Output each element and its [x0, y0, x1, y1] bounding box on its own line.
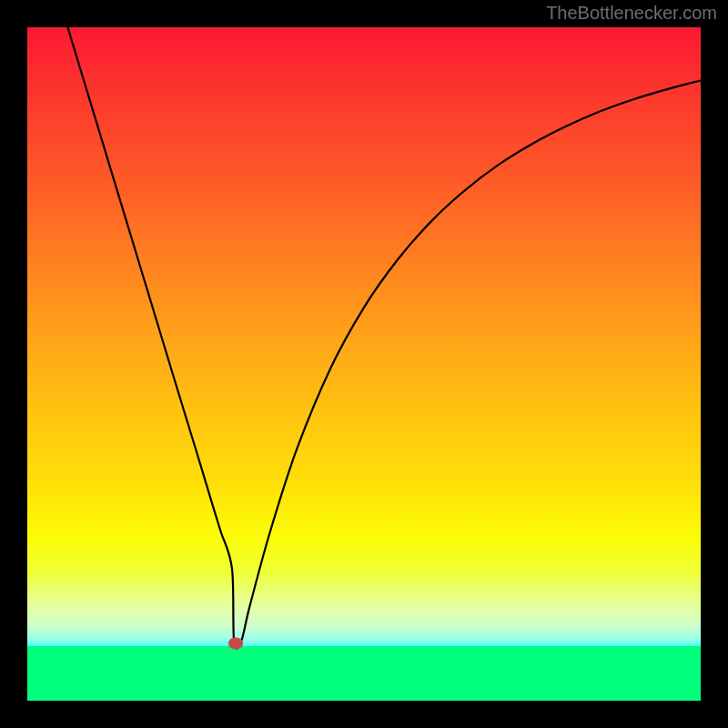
chart-background-gradient [27, 27, 701, 646]
chart-marker-dot [228, 638, 243, 650]
chart-baseline-band [27, 646, 701, 701]
watermark-text: TheBottlenecker.com [546, 3, 717, 24]
chart-plot-area [27, 27, 701, 701]
